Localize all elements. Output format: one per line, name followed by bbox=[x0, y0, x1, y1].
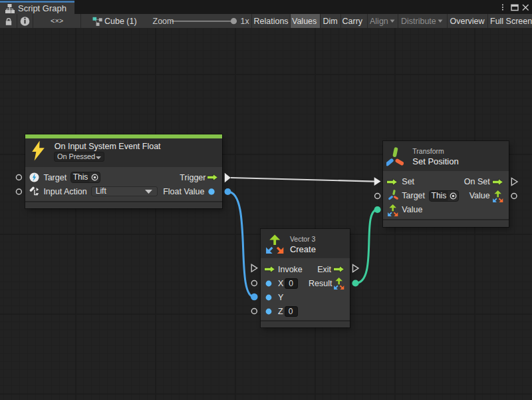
svg-text:<×>: <×> bbox=[51, 17, 63, 25]
